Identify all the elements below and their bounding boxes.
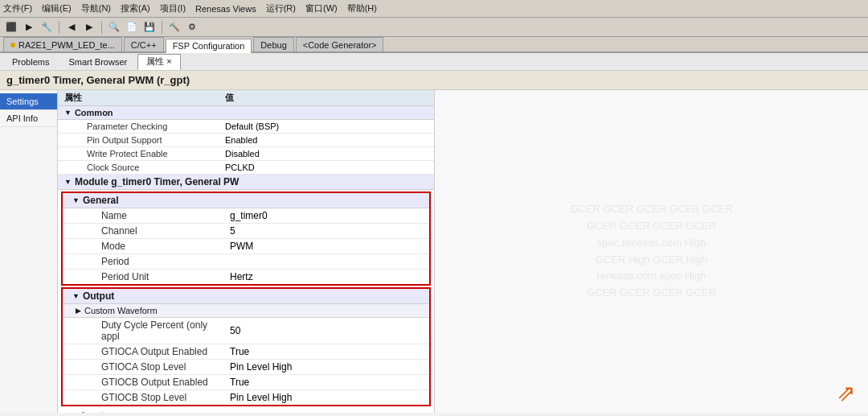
toolbar-separator-2 (101, 21, 102, 34)
sidebar-item-settings[interactable]: Settings (0, 93, 57, 110)
prop-row-clock-source[interactable]: Clock Source PCLKD (58, 161, 434, 175)
menu-search[interactable]: 搜索(A) (121, 2, 150, 14)
window-title: g_timer0 Timer, General PWM (r_gpt) (0, 71, 868, 90)
tab-pwm[interactable]: RA2E1_PWM_LED_te... (3, 37, 122, 51)
tab-debug-label: Debug (260, 40, 286, 50)
sidebar-item-api-info[interactable]: API Info (0, 110, 57, 127)
prop-val-gtioca-stop: Pin Level High (223, 360, 429, 373)
subsection-custom-waveform-label: Custom Waveform (84, 306, 158, 315)
prop-val-period (223, 261, 429, 262)
toolbar-separator (59, 21, 59, 34)
prop-row-gtiocb-enabled[interactable]: GTIOCB Output Enabled True (63, 375, 429, 390)
toolbar-btn-4[interactable]: ◀ (63, 19, 80, 35)
tab-smart-browser[interactable]: Smart Browser (59, 54, 136, 70)
section-input-collapsed[interactable]: ▶ Input (58, 408, 434, 413)
tab-codegen[interactable]: <Code Generator> (296, 37, 384, 51)
subsection-custom-waveform[interactable]: ▶ Custom Waveform (63, 304, 429, 318)
prop-name-pin-output: Pin Output Support (58, 134, 219, 146)
toolbar-btn-5[interactable]: ▶ (81, 19, 97, 35)
prop-row-gtioca-stop[interactable]: GTIOCA Stop Level Pin Level High (63, 360, 429, 375)
menu-renesas[interactable]: Renesas Views (195, 4, 256, 14)
prop-val-gtioca-enabled: True (223, 345, 429, 358)
toolbar-btn-3[interactable]: 🔧 (39, 19, 55, 35)
section-general-header[interactable]: ▼ General (63, 193, 429, 208)
menu-help[interactable]: 帮助(H) (347, 2, 377, 14)
prop-row-write-protect[interactable]: Write Protect Enable Disabled (58, 147, 434, 161)
orange-arrow-icon: ⇗ (837, 380, 855, 406)
prop-row-gtioca-enabled[interactable]: GTIOCA Output Enabled True (63, 344, 429, 360)
prop-name-period-unit: Period Unit (63, 270, 223, 283)
menu-edit[interactable]: 编辑(E) (42, 2, 72, 14)
tab-pwm-label: RA2E1_PWM_LED_te... (18, 40, 115, 50)
watermark-text: GCER GCER GCER GCER GCER GCER GCER GCER … (570, 201, 732, 302)
prop-name-gtiocb-enabled: GTIOCB Output Enabled (63, 376, 223, 389)
prop-row-mode[interactable]: Mode PWM (63, 239, 429, 254)
tab-fsp[interactable]: FSP Configuration (166, 39, 252, 53)
prop-name-gtiocb-stop: GTIOCB Stop Level (63, 391, 223, 404)
input-arrow-icon: ▶ (71, 412, 76, 413)
prop-name-name: Name (63, 209, 223, 222)
section-common-label: Common (75, 108, 113, 117)
props-header-name: 属性 (64, 92, 225, 104)
prop-val-write-protect: Disabled (219, 148, 434, 159)
sidebar: Settings API Info (0, 90, 58, 413)
tab-cpp-label: C/C++ (131, 40, 157, 50)
menu-window[interactable]: 窗口(W) (305, 2, 338, 14)
prop-val-pin-output: Enabled (219, 134, 434, 146)
prop-name-channel: Channel (63, 224, 223, 237)
prop-row-param-checking[interactable]: Parameter Checking Default (BSP) (58, 120, 434, 134)
toolbar-btn-6[interactable]: 🔍 (106, 19, 122, 35)
section-output-header[interactable]: ▼ Output (63, 289, 429, 304)
prop-val-mode: PWM (223, 240, 429, 253)
custom-waveform-arrow-icon: ▶ (76, 307, 81, 315)
prop-row-period[interactable]: Period (63, 254, 429, 270)
window-title-text: g_timer0 Timer, General PWM (r_gpt) (6, 74, 190, 86)
toolbar-btn-7[interactable]: 📄 (124, 19, 140, 35)
prop-row-period-unit[interactable]: Period Unit Hertz (63, 270, 429, 284)
prop-name-duty-cycle: Duty Cycle Percent (only appl (63, 319, 223, 343)
section-module-label: Module g_timer0 Timer, General PW (75, 176, 240, 187)
tab-bar: RA2E1_PWM_LED_te... C/C++ FSP Configurat… (0, 37, 868, 53)
prop-val-name: g_timer0 (223, 209, 429, 222)
prop-row-pin-output[interactable]: Pin Output Support Enabled (58, 134, 434, 147)
toolbar-btn-1[interactable]: ⬛ (3, 19, 19, 35)
tab-cpp[interactable]: C/C++ (124, 37, 164, 51)
prop-name-param-checking: Parameter Checking (58, 121, 219, 132)
toolbar-btn-8[interactable]: 💾 (141, 19, 158, 35)
section-module-header[interactable]: ▼ Module g_timer0 Timer, General PW (58, 175, 434, 190)
prop-val-gtiocb-enabled: True (223, 376, 429, 389)
prop-name-gtioca-enabled: GTIOCA Output Enabled (63, 345, 223, 358)
prop-val-clock-source: PCLKD (219, 162, 434, 173)
prop-val-param-checking: Default (BSP) (219, 121, 434, 132)
prop-name-gtioca-stop: GTIOCA Stop Level (63, 360, 223, 373)
menu-bar: 文件(F) 编辑(E) 导航(N) 搜索(A) 项目(I) Renesas Vi… (0, 0, 868, 18)
tab-problems[interactable]: Problems (3, 54, 58, 70)
menu-file[interactable]: 文件(F) (3, 2, 32, 14)
output-red-box: ▼ Output ▶ Custom Waveform Duty Cycle Pe… (61, 287, 431, 406)
menu-project[interactable]: 项目(I) (160, 2, 186, 14)
section-output-label: Output (83, 290, 114, 302)
props-panel: 属性 值 ▼ Common Parameter Checking Default… (58, 90, 434, 413)
prop-row-gtiocb-stop[interactable]: GTIOCB Stop Level Pin Level High (63, 390, 429, 405)
props-header: 属性 值 (58, 90, 434, 106)
prop-row-duty-cycle[interactable]: Duty Cycle Percent (only appl 50 (63, 318, 429, 344)
prop-name-write-protect: Write Protect Enable (58, 148, 219, 159)
menu-nav[interactable]: 导航(N) (81, 2, 111, 14)
secondary-tab-bar: Problems Smart Browser 属性 × (0, 53, 868, 71)
tab-properties[interactable]: 属性 × (137, 54, 180, 70)
prop-row-channel[interactable]: Channel 5 (63, 224, 429, 239)
toolbar-separator-3 (162, 21, 162, 34)
prop-row-name[interactable]: Name g_timer0 (63, 208, 429, 224)
toolbar-btn-10[interactable]: ⚙ (184, 19, 200, 35)
tab-problems-label: Problems (12, 57, 49, 67)
section-common-header[interactable]: ▼ Common (58, 106, 434, 120)
prop-val-duty-cycle: 50 (223, 324, 429, 337)
tab-debug[interactable]: Debug (253, 37, 293, 51)
menu-run[interactable]: 运行(R) (266, 2, 296, 14)
toolbar-btn-2[interactable]: ▶ (21, 19, 37, 35)
section-common: ▼ Common Parameter Checking Default (BSP… (58, 106, 434, 175)
toolbar-btn-9[interactable]: 🔨 (166, 19, 182, 35)
prop-name-clock-source: Clock Source (58, 162, 219, 173)
right-area: GCER GCER GCER GCER GCER GCER GCER GCER … (434, 90, 868, 413)
tab-dot-pwm (10, 43, 15, 47)
